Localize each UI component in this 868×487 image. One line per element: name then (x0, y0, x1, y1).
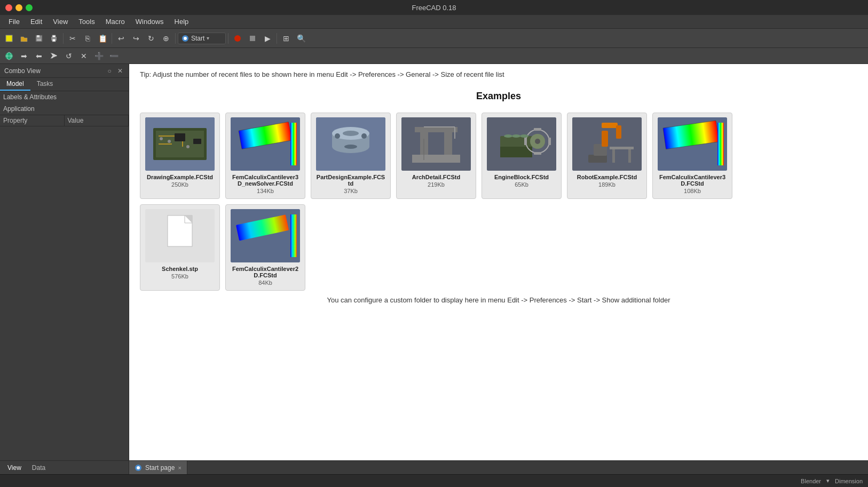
zoom-in-button[interactable]: 🔍 (294, 31, 308, 45)
thumb-engineblock (487, 117, 556, 171)
svg-rect-28 (290, 123, 297, 165)
props-header: Property Value (0, 115, 129, 126)
nav-back-button[interactable]: ⬅ (32, 49, 46, 63)
page-tab-close-button[interactable]: × (178, 465, 181, 471)
snap-button[interactable]: ⊕ (159, 31, 173, 45)
tab-tasks[interactable]: Tasks (30, 78, 60, 91)
tip-text: Tip: Adjust the number of recent files t… (140, 69, 857, 80)
print-button[interactable] (47, 31, 61, 45)
remove-button[interactable]: ➖ (107, 49, 121, 63)
tab-data[interactable]: Data (27, 462, 51, 473)
workbench-arrow: ▾ (207, 35, 209, 41)
svg-rect-6 (52, 39, 56, 42)
svg-rect-0 (6, 35, 12, 42)
example-drawing[interactable]: DrawingExample.FCStd 250Kb (140, 113, 220, 199)
play-button[interactable]: ▶ (261, 31, 274, 45)
example-femcalculix1-name: FemCalculixCantilever3D_newSolver.FCStd (230, 174, 301, 187)
example-robotexample-size: 189Kb (598, 181, 616, 188)
close-button[interactable] (5, 4, 12, 11)
sidebar-properties: Property Value (0, 115, 129, 460)
sidebar-title: Combo View (4, 67, 41, 75)
example-femcalculix3d-size: 108Kb (684, 188, 701, 194)
example-partdesign-name: PartDesignExample.FCStd (315, 174, 386, 187)
window-controls (5, 4, 33, 11)
copy-button[interactable]: ⎘ (81, 31, 94, 45)
page-tab-start[interactable]: Start page × (129, 461, 187, 474)
status-dimension: Dimension (835, 478, 863, 484)
svg-rect-38 (412, 155, 460, 163)
menu-windows[interactable]: Windows (131, 17, 168, 27)
menu-file[interactable]: File (4, 17, 24, 27)
examples-grid-2: Schenkel.stp 576Kb (140, 204, 857, 291)
thumb-femcalculix2d (231, 209, 300, 262)
bottom-tip: You can configure a custom folder to dis… (140, 296, 857, 304)
svg-rect-62 (602, 123, 618, 128)
example-archdetail[interactable]: ArchDetail.FCStd 219Kb (396, 113, 476, 199)
menu-tools[interactable]: Tools (74, 17, 99, 27)
svg-rect-5 (52, 35, 56, 37)
refresh2-button[interactable]: ↺ (62, 49, 76, 63)
menu-help[interactable]: Help (170, 17, 193, 27)
example-femcalculix2d[interactable]: FemCalculixCantilever2D.FCStd 84Kb (225, 204, 305, 291)
svg-point-55 (504, 134, 512, 138)
paste-button[interactable]: 📋 (96, 31, 109, 45)
svg-rect-63 (616, 125, 621, 139)
sidebar-item-labels[interactable]: Labels & Attributes (0, 91, 129, 103)
svg-rect-78 (290, 214, 297, 257)
svg-point-8 (184, 37, 187, 40)
open-button[interactable] (17, 31, 31, 45)
thumb-partdesign (316, 117, 385, 171)
example-robotexample[interactable]: RobotExample.FCStd 189Kb (567, 113, 647, 199)
example-schenkel[interactable]: Schenkel.stp 576Kb (140, 204, 220, 291)
nav-globe-button[interactable] (2, 49, 16, 63)
example-femcalculix3d[interactable]: FemCalculixCantilever3D.FCStd 108Kb (652, 113, 732, 199)
sidebar-float-button[interactable]: ○ (105, 67, 114, 75)
tab-model[interactable]: Model (0, 78, 30, 91)
example-femcalculix1[interactable]: FemCalculixCantilever3D_newSolver.FCStd … (225, 113, 305, 199)
toolbar-separator-5 (277, 33, 277, 44)
save-button[interactable] (32, 31, 46, 45)
svg-point-80 (137, 466, 140, 469)
svg-rect-64 (610, 147, 634, 149)
examples-grid: DrawingExample.FCStd 250Kb (140, 113, 857, 199)
new-button[interactable] (2, 31, 16, 45)
status-arrow[interactable]: ▾ (826, 477, 830, 484)
minimize-button[interactable] (15, 4, 22, 11)
title-bar: FreeCAD 0.18 (0, 0, 868, 15)
nav-forward-button[interactable]: ➡ (17, 49, 31, 63)
maximize-button[interactable] (26, 4, 33, 11)
sidebar-tabs: Model Tasks (0, 78, 129, 91)
stop-button[interactable] (246, 31, 259, 45)
workbench-selector[interactable]: Start ▾ (178, 33, 226, 44)
svg-rect-23 (175, 133, 185, 141)
content-area: Tip: Adjust the number of recent files t… (129, 64, 868, 474)
refresh-button[interactable]: ↻ (144, 31, 158, 45)
nav-next-button[interactable]: ⮞ (47, 49, 61, 63)
toolbar-separator-4 (228, 33, 228, 44)
svg-point-34 (344, 145, 357, 149)
cut-button[interactable]: ✂ (66, 31, 80, 45)
sidebar-item-application[interactable]: Application (0, 103, 129, 115)
stop2-button[interactable]: ✕ (77, 49, 91, 63)
menu-edit[interactable]: Edit (26, 17, 46, 27)
menu-view[interactable]: View (49, 17, 72, 27)
undo-button[interactable]: ↩ (114, 31, 128, 45)
main-toolbar: ✂ ⎘ 📋 ↩ ↪ ↻ ⊕ Start ▾ ▶ ⊞ 🔍 (0, 29, 868, 48)
page-tab-label: Start page (145, 464, 175, 472)
record-button[interactable] (231, 31, 244, 45)
example-engineblock[interactable]: EngineBlock.FCStd 65Kb (482, 113, 562, 199)
sidebar-header: Combo View ○ ✕ (0, 64, 129, 78)
sidebar-close-button[interactable]: ✕ (116, 67, 124, 75)
thumb-femcalculix3d (658, 117, 727, 171)
status-bar: Blender ▾ Dimension (0, 474, 868, 487)
status-blender: Blender (801, 478, 821, 484)
view-button[interactable]: ⊞ (279, 31, 293, 45)
example-robotexample-name: RobotExample.FCStd (577, 174, 637, 180)
menu-macro[interactable]: Macro (101, 17, 129, 27)
add-button[interactable]: ➕ (92, 49, 106, 63)
tab-view[interactable]: View (2, 462, 27, 473)
svg-rect-47 (500, 147, 532, 157)
thumb-robotexample (572, 117, 642, 171)
redo-button[interactable]: ↪ (129, 31, 143, 45)
example-partdesign[interactable]: PartDesignExample.FCStd 37Kb (311, 113, 391, 199)
